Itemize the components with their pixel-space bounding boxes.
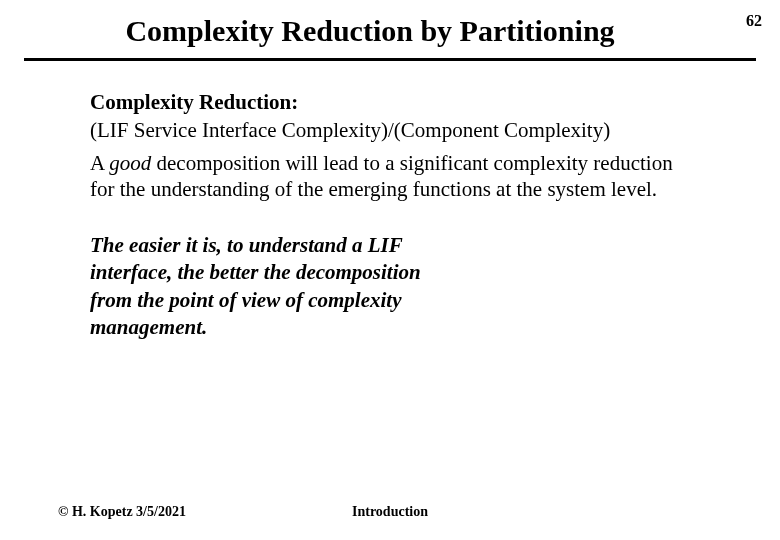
slide-title: Complexity Reduction by Partitioning <box>60 14 680 58</box>
body-emphasis: good <box>109 151 151 175</box>
body-paragraph: A good decomposition will lead to a sign… <box>90 150 690 203</box>
content-area: Complexity Reduction: (LIF Service Inter… <box>90 89 690 341</box>
italic-statement: The easier it is, to understand a LIF in… <box>90 232 430 341</box>
page-number: 62 <box>746 12 762 30</box>
body-text-prefix: A <box>90 151 109 175</box>
footer-center: Introduction <box>0 504 780 520</box>
body-text-suffix: decomposition will lead to a significant… <box>90 151 673 201</box>
title-divider <box>24 58 756 61</box>
formula-line: (LIF Service Interface Complexity)/(Comp… <box>90 117 690 143</box>
subheading: Complexity Reduction: <box>90 89 690 115</box>
